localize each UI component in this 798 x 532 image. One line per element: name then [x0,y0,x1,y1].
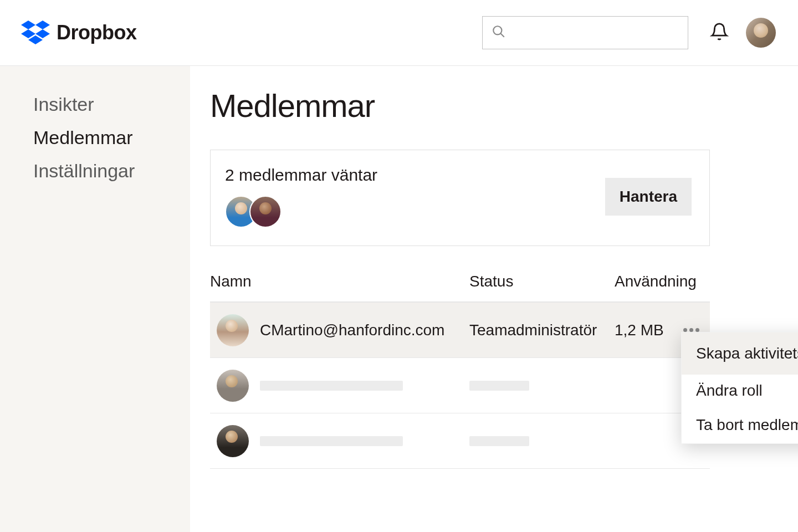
sidebar-item-insights[interactable]: Insikter [33,95,190,114]
pending-text: 2 medlemmar väntar [225,166,377,185]
member-usage: 1,2 MB [615,321,664,339]
column-header-name: Namn [210,273,469,290]
notifications-button[interactable] [706,19,733,46]
avatar [249,196,282,228]
menu-item-label: Skapa aktivitetsrapport [696,345,798,362]
more-icon [689,328,693,332]
sidebar-item-members[interactable]: Medlemmar [33,128,190,147]
row-actions-menu: Skapa aktivitetsrapport Ändra roll [681,332,798,444]
placeholder [469,436,529,446]
table-row[interactable]: CMartino@hanfordinc.com Teamadministratö… [210,303,710,358]
sidebar: Insikter Medlemmar Inställningar [0,66,190,532]
dropbox-icon [21,21,50,45]
search-icon [492,24,506,41]
page-title: Medlemmar [210,87,798,124]
logo[interactable]: Dropbox [21,21,482,45]
member-status: Teamadministratör [469,321,615,339]
menu-item-label: Ändra roll [696,382,763,400]
app-header: Dropbox [0,0,798,66]
menu-item-change-role[interactable]: Ändra roll [682,375,798,407]
menu-item-remove-member[interactable]: Ta bort medlem [682,407,798,443]
table-header: Namn Status Användning [210,273,710,303]
svg-point-5 [493,26,502,34]
placeholder [469,381,529,391]
search-input[interactable] [482,16,688,49]
pending-avatars [225,196,377,228]
column-header-usage: Användning [615,273,710,290]
svg-marker-1 [35,21,50,29]
brand-name: Dropbox [57,21,137,44]
svg-marker-0 [21,21,35,29]
avatar [217,314,249,346]
column-header-status: Status [469,273,615,290]
manage-button[interactable]: Hantera [605,178,692,216]
member-email: CMartino@hanfordinc.com [260,321,469,339]
more-icon [683,328,687,332]
avatar [217,425,249,457]
table-row[interactable] [210,358,710,413]
table-row[interactable] [210,413,710,469]
menu-item-label: Ta bort medlem [696,416,798,434]
main-content: Medlemmar 2 medlemmar väntar Hantera Nam… [190,66,798,532]
pending-members-card: 2 medlemmar väntar Hantera [210,150,710,246]
bell-icon [710,22,729,43]
placeholder [260,381,403,391]
account-avatar[interactable] [746,18,776,48]
svg-line-6 [500,33,504,37]
placeholder [260,436,403,446]
more-icon [695,328,699,332]
avatar [217,370,249,402]
members-table: Namn Status Användning CMartino@hanfordi… [210,273,710,469]
menu-item-create-report[interactable]: Skapa aktivitetsrapport [682,332,798,375]
sidebar-item-settings[interactable]: Inställningar [33,161,190,180]
